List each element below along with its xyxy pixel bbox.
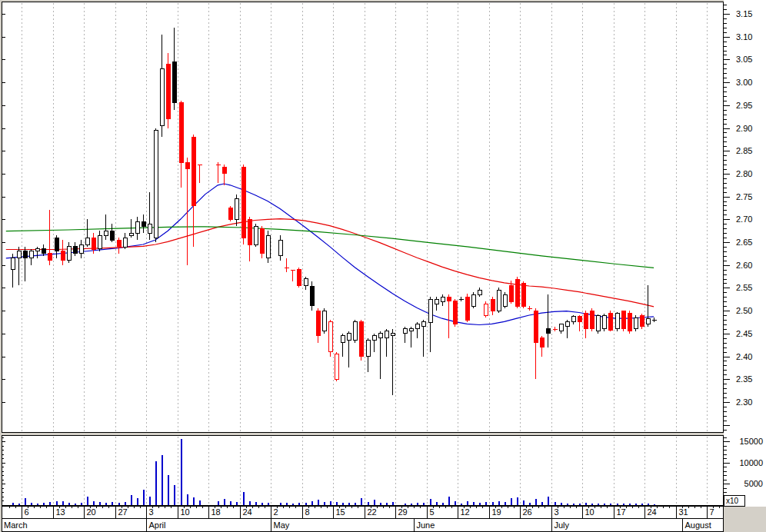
volume-pane[interactable] xyxy=(2,436,724,506)
volume-bar xyxy=(485,502,487,505)
price-pane[interactable] xyxy=(2,2,724,433)
volume-bar xyxy=(93,501,95,505)
volume-bar xyxy=(149,497,151,505)
candle-body xyxy=(359,322,363,357)
price-tick-label: 3.00 xyxy=(736,78,752,87)
volume-bar xyxy=(199,500,201,505)
volume-bar xyxy=(162,455,163,504)
chart-canvas[interactable]: 3.153.103.053.002.952.902.852.802.752.70… xyxy=(0,0,766,532)
candle-body xyxy=(435,299,438,304)
date-axis-month-row[interactable] xyxy=(2,519,724,532)
week-label[interactable]: 2 xyxy=(274,507,278,517)
volume-bar xyxy=(105,503,107,505)
volume-bar xyxy=(125,502,126,505)
candle-body xyxy=(154,131,158,238)
candle-body xyxy=(92,238,95,249)
candle-body xyxy=(471,294,475,306)
volume-bar xyxy=(604,504,605,504)
week-label[interactable]: 10 xyxy=(585,507,594,517)
volume-bar xyxy=(298,503,300,505)
volume-bar xyxy=(585,503,587,504)
candle-body xyxy=(254,226,258,244)
candle-body xyxy=(172,62,176,102)
month-label[interactable]: April xyxy=(149,520,166,530)
volume-bar xyxy=(305,503,307,504)
week-label[interactable]: 8 xyxy=(305,507,310,517)
week-label[interactable]: 29 xyxy=(398,507,408,517)
candle-body xyxy=(73,247,77,254)
volume-bar xyxy=(187,494,188,504)
candle-body xyxy=(297,270,301,286)
volume-bar xyxy=(374,500,375,505)
week-label[interactable]: 31 xyxy=(679,507,688,517)
volume-bar xyxy=(62,501,64,504)
volume-bar xyxy=(623,504,624,505)
volume-bar xyxy=(635,504,637,504)
candle-body xyxy=(391,334,395,336)
volume-bar xyxy=(380,503,381,505)
candle-body xyxy=(322,311,326,331)
candle-body xyxy=(491,299,495,311)
volume-bar xyxy=(87,497,88,505)
scrollbar-corner xyxy=(724,507,766,532)
candle-body xyxy=(179,103,183,162)
volume-bar xyxy=(255,502,257,504)
volume-bar xyxy=(336,502,338,505)
volume-bar xyxy=(598,504,599,505)
week-label[interactable]: 24 xyxy=(243,507,252,517)
month-label[interactable]: June xyxy=(417,520,435,530)
month-label[interactable]: May xyxy=(274,520,290,530)
week-label[interactable]: 15 xyxy=(336,507,345,517)
volume-bar xyxy=(361,498,362,505)
price-tick-label: 2.90 xyxy=(736,124,752,133)
volume-bar xyxy=(81,503,82,504)
volume-bar xyxy=(218,501,219,505)
week-label[interactable]: 7 xyxy=(710,507,714,517)
price-tick-label: 3.10 xyxy=(736,32,752,42)
volume-bar xyxy=(56,501,58,505)
week-label[interactable]: 22 xyxy=(368,507,377,517)
week-label[interactable]: 6 xyxy=(25,507,29,517)
volume-bar xyxy=(573,504,574,505)
candle-body xyxy=(335,354,338,380)
week-label[interactable]: 5 xyxy=(430,507,435,517)
volume-bar xyxy=(292,504,294,505)
week-label[interactable]: 17 xyxy=(617,507,626,517)
candle-body xyxy=(79,244,83,254)
week-label[interactable]: 12 xyxy=(461,507,470,517)
week-label[interactable]: 3 xyxy=(555,507,559,517)
volume-bar xyxy=(529,503,531,504)
volume-bar xyxy=(18,504,20,505)
volume-bar xyxy=(411,504,412,505)
week-label[interactable]: 13 xyxy=(56,507,65,517)
week-label[interactable]: 20 xyxy=(87,507,96,517)
week-label[interactable]: 3 xyxy=(149,507,154,517)
volume-bar xyxy=(330,501,331,505)
candle-body xyxy=(278,240,282,256)
week-label[interactable]: 18 xyxy=(211,507,221,517)
week-label[interactable]: 24 xyxy=(648,507,657,517)
volume-multiplier-label: x10 xyxy=(726,497,738,505)
week-label[interactable]: 19 xyxy=(492,507,501,517)
date-axis-week-row[interactable] xyxy=(2,507,724,519)
candle-body xyxy=(409,329,413,331)
volume-bar xyxy=(561,503,562,504)
week-label[interactable]: 10 xyxy=(181,507,190,517)
volume-bar xyxy=(37,504,38,505)
volume-bar xyxy=(511,498,512,504)
price-tick-label: 2.35 xyxy=(736,374,752,384)
volume-bar xyxy=(505,502,506,504)
month-label[interactable]: August xyxy=(685,520,711,530)
price-tick-label: 2.45 xyxy=(736,329,752,338)
month-label[interactable]: July xyxy=(555,520,570,530)
month-label[interactable]: March xyxy=(4,520,28,530)
volume-bar xyxy=(131,495,132,504)
candle-body xyxy=(565,322,569,327)
week-label[interactable]: 26 xyxy=(523,507,532,517)
candle-body xyxy=(192,137,195,205)
volume-bar xyxy=(318,500,319,505)
candle-body xyxy=(540,338,544,347)
volume-bar xyxy=(137,498,138,504)
candle-body xyxy=(17,251,21,258)
week-label[interactable]: 27 xyxy=(118,507,128,517)
